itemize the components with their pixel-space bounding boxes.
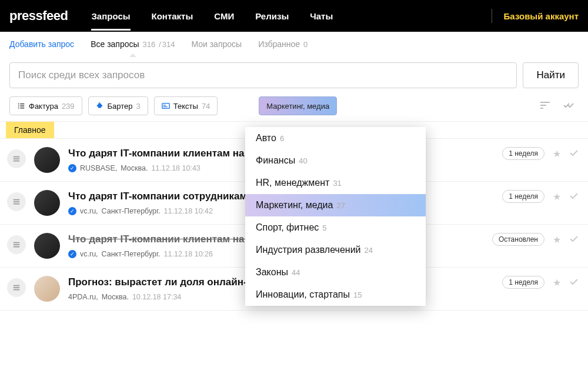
filter-texts-count: 74	[202, 102, 210, 111]
subnav-all-label: Все запросы	[91, 39, 139, 49]
dropdown-item-count: 6	[280, 134, 284, 143]
row-city: Санкт-Петербург.	[102, 250, 161, 258]
avatar[interactable]	[34, 147, 60, 173]
verified-icon: ✓	[68, 164, 76, 172]
filter-faktura[interactable]: Фактура 239	[9, 96, 82, 115]
nav-contacts[interactable]: Контакты	[152, 2, 193, 31]
verified-icon: ✓	[68, 207, 76, 215]
filter-barter[interactable]: Бартер 3	[88, 96, 148, 115]
subnav-all[interactable]: Все запросы 316 /314	[91, 39, 175, 49]
status-pill: 1 неделя	[502, 276, 544, 289]
row-source: RUSBASE,	[80, 164, 117, 172]
star-icon[interactable]: ★	[553, 234, 561, 245]
dropdown-item-label: Инновации, стартапы	[256, 289, 350, 300]
dropdown-item-count: 44	[292, 268, 300, 277]
nav-media[interactable]: СМИ	[214, 2, 234, 31]
verified-icon: ✓	[68, 250, 76, 258]
search-input[interactable]	[9, 62, 517, 88]
star-icon[interactable]: ★	[553, 148, 561, 159]
main-badge: Главное	[6, 122, 54, 138]
avatar[interactable]	[34, 190, 60, 216]
topbar: pressfeed Запросы Контакты СМИ Релизы Ча…	[0, 0, 588, 32]
star-icon[interactable]: ★	[553, 191, 561, 202]
dropdown-item[interactable]: HR, менеджмент 31	[245, 172, 426, 194]
dropdown-item-label: Спорт, фитнес	[256, 222, 319, 233]
row-right: 1 неделя★	[502, 276, 579, 289]
subnav-all-count1: 316	[142, 40, 155, 49]
dropdown-item[interactable]: Маркетинг, медиа 27	[245, 194, 426, 216]
dropdown-item[interactable]: Финансы 40	[245, 149, 426, 172]
row-time: 11.12.18 10:43	[151, 164, 200, 172]
nav-chats[interactable]: Чаты	[310, 2, 333, 31]
search-row: Найти	[0, 56, 588, 94]
row-city: Санкт-Петербург.	[102, 207, 161, 215]
search-button[interactable]: Найти	[523, 62, 579, 88]
dropdown-item-label: Маркетинг, медиа	[256, 200, 333, 211]
dropdown-item-label: Законы	[256, 267, 288, 278]
filter-texts[interactable]: Тексты 74	[154, 96, 218, 115]
subnav-fav[interactable]: Избранное 0	[258, 39, 308, 49]
subnav-all-sep: /	[159, 40, 161, 49]
svg-rect-1	[163, 105, 165, 105]
row-source: vc.ru,	[80, 207, 98, 215]
dropdown-item-label: Авто	[256, 133, 276, 144]
row-type-icon	[7, 278, 26, 297]
sort-icon[interactable]	[536, 99, 554, 114]
filter-barter-label: Бартер	[108, 102, 133, 111]
add-request-link[interactable]: Добавить запрос	[9, 39, 74, 49]
dropdown-item[interactable]: Законы 44	[245, 261, 426, 283]
list-icon	[17, 102, 25, 110]
nav-releases[interactable]: Релизы	[255, 2, 289, 31]
subnav: Добавить запрос Все запросы 316 /314 Мои…	[0, 32, 588, 56]
dropdown-item[interactable]: Авто 6	[245, 127, 426, 149]
puzzle-icon	[96, 102, 104, 110]
row-time: 11.12.18 10:26	[164, 250, 213, 258]
top-nav: Запросы Контакты СМИ Релизы Чаты	[91, 2, 479, 31]
check-icon[interactable]	[569, 278, 579, 287]
svg-rect-0	[162, 104, 169, 109]
dropdown-item-label: Индустрия развлечений	[256, 245, 361, 255]
row-type-icon	[7, 192, 26, 211]
row-type-icon	[7, 149, 26, 168]
nav-requests[interactable]: Запросы	[91, 2, 130, 31]
avatar[interactable]	[34, 276, 60, 302]
subnav-mine[interactable]: Мои запросы	[191, 39, 242, 49]
filter-faktura-count: 239	[62, 102, 75, 111]
status-pill: 1 неделя	[502, 147, 544, 160]
filter-category[interactable]: Маркетинг, медиа	[259, 96, 337, 115]
row-right: 1 неделя★	[502, 147, 579, 160]
check-all-icon[interactable]	[560, 99, 579, 114]
dropdown-item[interactable]: Спорт, фитнес 5	[245, 216, 426, 239]
dropdown-item-label: HR, менеджмент	[256, 178, 329, 188]
dropdown-item-count: 24	[365, 246, 373, 255]
filter-row: Фактура 239 Бартер 3 Тексты 74 Маркетинг…	[0, 94, 588, 121]
dropdown-item-count: 40	[299, 156, 307, 165]
card-icon	[162, 102, 170, 110]
status-pill: 1 неделя	[502, 190, 544, 203]
subnav-fav-count: 0	[303, 40, 308, 49]
subnav-all-count2: 314	[162, 40, 175, 49]
row-source: vc.ru,	[80, 250, 98, 258]
check-icon[interactable]	[569, 149, 579, 158]
row-source: 4PDA.ru,	[68, 293, 98, 301]
dropdown-item[interactable]: Индустрия развлечений 24	[245, 239, 426, 261]
row-city: Москва.	[102, 293, 129, 301]
logo[interactable]: pressfeed	[9, 8, 68, 24]
category-dropdown[interactable]: Авто 6Финансы 40HR, менеджмент 31Маркети…	[245, 127, 426, 306]
filter-faktura-label: Фактура	[29, 102, 58, 111]
filter-texts-label: Тексты	[173, 102, 198, 111]
avatar[interactable]	[34, 233, 60, 259]
dropdown-item-count: 15	[353, 291, 362, 299]
star-icon[interactable]: ★	[553, 277, 561, 288]
dropdown-item-count: 27	[336, 201, 345, 210]
account-link[interactable]: Базовый аккаунт	[504, 11, 579, 21]
check-icon[interactable]	[569, 192, 579, 201]
row-type-icon	[7, 235, 26, 254]
dropdown-item[interactable]: Инновации, стартапы 15	[245, 283, 426, 306]
filter-barter-count: 3	[136, 102, 141, 111]
check-icon[interactable]	[569, 235, 579, 244]
row-right: 1 неделя★	[502, 190, 579, 203]
row-time: 11.12.18 10:42	[164, 207, 213, 215]
separator	[492, 9, 492, 23]
row-right: Остановлен★	[492, 233, 579, 246]
